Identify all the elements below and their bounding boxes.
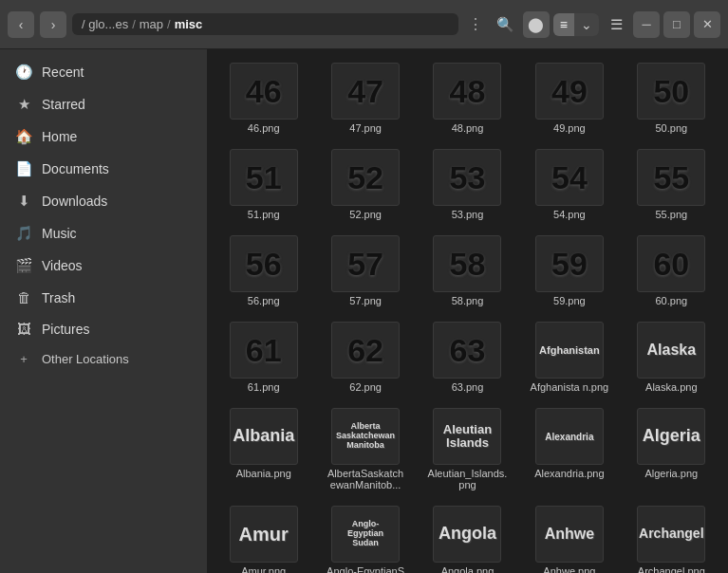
maximize-button[interactable]: □ [663,11,690,38]
file-name-63: 63.png [452,381,484,393]
file-item-50[interactable]: 50 50.png [623,57,720,139]
file-thumb-46: 46 [230,63,298,120]
file-thumb-54: 54 [535,149,604,206]
file-name-62: 62.png [349,381,382,393]
back-button[interactable]: ‹ [8,11,34,38]
breadcrumb-map: map [140,17,163,31]
file-item-59[interactable]: 59 59.png [520,230,618,312]
file-name-49: 49.png [553,122,586,134]
file-item-55[interactable]: 55 55.png [623,143,720,226]
starred-icon: ★ [15,96,32,113]
file-item-alexandria[interactable]: Alexandria Alexandria.png [520,402,618,496]
file-item-53[interactable]: 53 53.png [419,143,516,226]
file-item-afghanistan[interactable]: Afghanistan Afghanista n.png [520,316,618,398]
file-item-47[interactable]: 47 47.png [316,57,414,139]
file-item-48[interactable]: 48 48.png [419,57,516,139]
sidebar-item-documents[interactable]: 📄 Documents [0,154,207,184]
file-name-61: 61.png [248,381,280,393]
file-name-afghanistan: Afghanista n.png [531,381,609,393]
file-item-54[interactable]: 54 54.png [520,143,618,226]
file-thumb-50: 50 [637,63,705,120]
sidebar-item-trash[interactable]: 🗑 Trash [0,283,207,312]
sidebar: 🕐 Recent ★ Starred 🏠 Home 📄 Documents ⬇ … [0,49,207,573]
file-name-58: 58.png [452,295,484,306]
file-thumb-63: 63 [433,322,501,379]
toggle-button[interactable]: ⬤ [523,11,550,38]
file-item-62[interactable]: 62 62.png [316,316,414,398]
main-layout: 🕐 Recent ★ Starred 🏠 Home 📄 Documents ⬇ … [0,49,728,573]
file-name-albania: Albania.png [236,468,291,479]
titlebar: ‹ › / glo...es / map / misc ⋮ 🔍 ⬤ ≡ ⌄ ☰ … [0,0,728,49]
file-item-anhwe[interactable]: Anhwe Anhwe.png [520,500,618,573]
forward-button[interactable]: › [40,11,66,38]
file-thumb-59: 59 [535,235,604,292]
file-item-archangel[interactable]: Archangel Archangel.png [623,500,720,573]
downloads-icon: ⬇ [15,193,32,210]
close-button[interactable]: ✕ [694,11,720,38]
trash-icon: 🗑 [15,289,32,305]
file-item-aleutian[interactable]: Aleutian Islands Aleutian_Islands.png [419,402,516,496]
file-item-albania[interactable]: Albania Albania.png [215,402,312,496]
sidebar-item-other-locations[interactable]: + Other Locations [0,345,207,373]
breadcrumb-sep1: / [132,17,136,31]
window-controls: ─ □ ✕ [633,11,720,38]
breadcrumb-current: misc [175,17,203,31]
file-item-58[interactable]: 58 58.png [419,230,516,312]
sidebar-item-music[interactable]: 🎵 Music [0,218,207,249]
file-item-49[interactable]: 49 49.png [520,57,618,139]
file-item-anglo[interactable]: Anglo-Egyptian Sudan Anglo-EgyptianSudan… [316,500,414,573]
sidebar-label-downloads: Downloads [42,194,107,209]
list-view-button[interactable]: ≡ [553,13,574,36]
search-button[interactable]: 🔍 [493,11,519,38]
minimize-button[interactable]: ─ [633,11,660,38]
file-name-53: 53.png [452,209,484,220]
file-thumb-amur: Amur [230,506,298,563]
sidebar-item-starred[interactable]: ★ Starred [0,89,207,120]
file-name-alberta: AlbertaSaskatchewanManitob... [326,468,406,490]
file-name-57: 57.png [349,295,382,306]
breadcrumb-sep2: / [167,17,171,31]
file-thumb-56: 56 [230,235,298,292]
sidebar-label-home: Home [42,129,77,144]
sidebar-item-downloads[interactable]: ⬇ Downloads [0,186,207,216]
file-name-aleutian: Aleutian_Islands.png [427,468,508,490]
file-thumb-60: 60 [637,235,705,292]
sidebar-label-videos: Videos [42,258,83,273]
file-name-54: 54.png [553,209,586,220]
chevron-button[interactable]: ⌄ [574,13,599,36]
file-item-angola[interactable]: Angola Angola.png [419,500,516,573]
file-item-46[interactable]: 46 46.png [215,57,312,139]
titlebar-actions: 🔍 ⬤ ≡ ⌄ ☰ ─ □ ✕ [493,11,720,38]
sidebar-label-recent: Recent [42,65,84,80]
file-thumb-51: 51 [230,149,298,206]
menu-button[interactable]: ☰ [603,11,629,38]
file-item-algeria[interactable]: Algeria Algeria.png [623,402,720,496]
file-item-56[interactable]: 56 56.png [215,230,312,312]
file-name-52: 52.png [349,209,382,220]
sidebar-item-pictures[interactable]: 🖼 Pictures [0,314,207,343]
file-thumb-afghanistan: Afghanistan [535,322,604,379]
file-item-63[interactable]: 63 63.png [419,316,516,398]
file-item-alberta[interactable]: Alberta Saskatchewan Manitoba AlbertaSas… [316,402,414,496]
other-locations-icon: + [15,352,32,366]
file-name-archangel: Archangel.png [638,565,705,573]
file-thumb-aleutian: Aleutian Islands [433,408,501,465]
file-thumb-anglo: Anglo-Egyptian Sudan [331,506,400,563]
file-item-61[interactable]: 61 61.png [215,316,312,398]
sidebar-item-recent[interactable]: 🕐 Recent [0,57,207,87]
file-item-52[interactable]: 52 52.png [316,143,414,226]
file-name-46: 46.png [248,122,280,134]
file-item-60[interactable]: 60 60.png [623,230,720,312]
file-thumb-algeria: Algeria [637,408,705,465]
file-thumb-61: 61 [230,322,298,379]
sidebar-item-home[interactable]: 🏠 Home [0,121,207,152]
file-thumb-48: 48 [433,63,501,120]
file-item-51[interactable]: 51 51.png [215,143,312,226]
breadcrumb-menu-button[interactable]: ⋮ [464,15,487,33]
file-name-59: 59.png [553,295,586,306]
file-item-amur[interactable]: Amur Amur.png [215,500,312,573]
file-grid: 46 46.png 47 47.png 48 48.png 49 49.png … [207,49,728,573]
file-item-alaska[interactable]: Alaska Alaska.png [623,316,720,398]
file-item-57[interactable]: 57 57.png [316,230,414,312]
sidebar-item-videos[interactable]: 🎬 Videos [0,250,207,281]
